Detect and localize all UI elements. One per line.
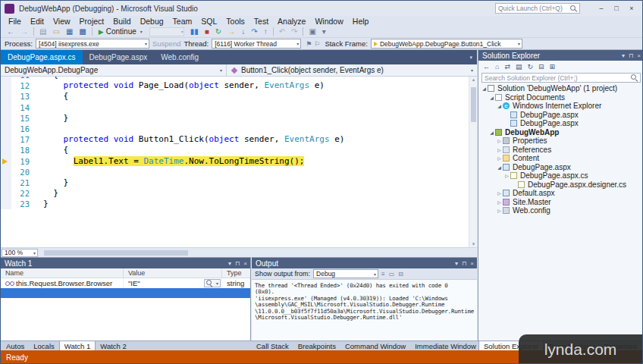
code-line-22[interactable]: 22 } — [1, 188, 477, 199]
tree-expanded-arrow-icon[interactable]: ◢ — [488, 95, 495, 100]
watch-selected-empty-row[interactable] — [1, 288, 250, 298]
tree-item-script-documents[interactable]: ◢Script Documents — [478, 93, 643, 102]
breakpoint-margin[interactable] — [1, 113, 11, 124]
quick-launch-input[interactable]: Quick Launch (Ctrl+Q) — [495, 3, 580, 14]
show-next-statement-icon[interactable]: → — [224, 27, 238, 37]
breakpoint-margin[interactable] — [1, 156, 11, 167]
tree-item-solution-debugwebapp-1-project[interactable]: ◢Solution 'DebugWebApp' (1 project) — [478, 84, 643, 93]
solution-explorer-search-input[interactable]: Search Solution Explorer (Ctrl+;) — [481, 73, 641, 83]
code-line-15[interactable]: 15 } — [1, 113, 477, 124]
breadcrumb-member-dropdown[interactable]: Button1_Click(object sender, EventArgs e… — [227, 64, 477, 76]
zoom-control[interactable]: 100 % ▾ — [2, 249, 38, 257]
window-position-icon[interactable]: ▾ — [622, 52, 625, 59]
stack-frame-combo[interactable]: DebugWebApp.DebugPage.Button1_Click ▾ — [371, 39, 522, 49]
column-header-name[interactable]: Name — [1, 268, 124, 278]
code-line-21[interactable]: 21 } — [1, 177, 477, 188]
active-files-chevron-icon[interactable]: ▾ — [469, 55, 472, 61]
stop-debugging-icon[interactable]: ■ — [202, 27, 212, 37]
code-line-17[interactable]: 17 protected void Button1_Click(object s… — [1, 134, 477, 145]
menu-sql[interactable]: SQL — [196, 17, 221, 26]
clear-all-icon[interactable]: ▭ — [389, 271, 395, 278]
close-icon[interactable]: × — [470, 260, 474, 267]
tree-collapsed-arrow-icon[interactable]: ▷ — [496, 208, 503, 213]
menu-file[interactable]: File — [4, 17, 26, 26]
value-visualizer-button[interactable]: ▾ — [204, 279, 221, 287]
menu-edit[interactable]: Edit — [26, 17, 49, 26]
tree-item-debugpage-aspx[interactable]: DebugPage.aspx — [478, 119, 643, 128]
scrollbar-thumb[interactable] — [471, 87, 476, 122]
vertical-scrollbar[interactable]: ▲ ▼ — [469, 77, 477, 247]
minimize-button[interactable]: – — [594, 5, 609, 12]
tree-collapsed-arrow-icon[interactable]: ▷ — [496, 190, 503, 196]
column-header-type[interactable]: Type — [222, 268, 250, 278]
tree-expanded-arrow-icon[interactable]: ◢ — [481, 86, 488, 91]
switch-views-icon[interactable]: ⇄ — [504, 63, 510, 71]
menu-debug[interactable]: Debug — [136, 17, 168, 26]
tree-collapsed-arrow-icon[interactable]: ▷ — [503, 173, 510, 178]
menu-analyze[interactable]: Analyze — [273, 17, 310, 26]
tree-collapsed-arrow-icon[interactable]: ▷ — [496, 155, 503, 161]
pin-icon[interactable]: ⊓ — [629, 52, 633, 59]
watch-value-cell[interactable]: "IE"▾ — [124, 278, 222, 288]
window-position-icon[interactable]: ▾ — [455, 260, 458, 267]
tree-item-default-aspx[interactable]: ▷Default.aspx — [478, 189, 643, 198]
code-line-18[interactable]: 18 { — [1, 145, 477, 155]
maximize-button[interactable]: □ — [609, 5, 624, 12]
menu-team[interactable]: Team — [168, 17, 197, 26]
step-into-icon[interactable]: ↓ — [238, 27, 248, 37]
breakpoint-margin[interactable] — [1, 91, 11, 102]
breakpoint-margin[interactable] — [1, 80, 11, 91]
close-icon[interactable]: × — [243, 260, 247, 267]
find-in-files-icon[interactable]: ▣ — [306, 27, 318, 37]
breakpoint-margin[interactable] — [1, 145, 11, 155]
menu-tools[interactable]: Tools — [221, 17, 249, 26]
breakpoint-margin[interactable] — [1, 134, 11, 145]
save-all-icon[interactable]: ▩ — [76, 27, 89, 37]
save-icon[interactable]: ▦ — [63, 27, 76, 37]
flag-thread-icon[interactable]: ⚐ — [314, 40, 320, 48]
toggle-word-wrap-icon[interactable]: ⊟ — [398, 271, 403, 278]
menu-window[interactable]: Window — [310, 17, 347, 26]
watch-row[interactable]: this.Request.Browser.Browser"IE"▾string — [1, 278, 250, 288]
break-all-icon[interactable]: ▮▮ — [187, 27, 202, 37]
close-button[interactable]: × — [624, 5, 639, 12]
collapse-all-icon[interactable]: ⊟ — [538, 63, 544, 71]
restart-icon[interactable]: ↻ — [212, 27, 224, 37]
refresh-icon[interactable]: ↻ — [528, 63, 534, 71]
tree-item-debugwebapp[interactable]: ◢DebugWebApp — [478, 128, 643, 137]
tree-item-debugpage-aspx-cs[interactable]: ▷DebugPage.aspx.cs — [478, 171, 643, 180]
breakpoint-margin[interactable] — [1, 188, 11, 199]
scroll-up-icon[interactable]: ▲ — [471, 77, 476, 82]
thread-combo[interactable]: [6116] Worker Thread ▾ — [212, 39, 301, 49]
tree-item-debugpage-aspx[interactable]: ◢DebugPage.aspx — [478, 163, 643, 172]
scroll-down-icon[interactable]: ▼ — [471, 242, 476, 246]
pin-icon[interactable]: ⊓ — [462, 260, 466, 267]
menu-help[interactable]: Help — [348, 17, 374, 26]
breakpoint-margin[interactable] — [1, 177, 11, 188]
tree-expanded-arrow-icon[interactable]: ◢ — [496, 103, 503, 108]
breakpoint-margin[interactable] — [1, 199, 11, 209]
window-position-icon[interactable]: ▾ — [228, 260, 231, 267]
code-line-12[interactable]: 12 protected void Page_Load(object sende… — [1, 80, 477, 91]
tree-collapsed-arrow-icon[interactable]: ▷ — [496, 199, 503, 205]
navigate-back-icon[interactable]: ← — [4, 27, 17, 37]
find-message-icon[interactable]: ≡ — [381, 271, 385, 278]
tab-debugpage-aspx-cs[interactable]: DebugPage.aspx.cs — [1, 50, 83, 64]
tab-web-config[interactable]: Web.config — [154, 50, 205, 64]
column-header-value[interactable]: Value — [124, 268, 222, 278]
properties-icon[interactable]: ⊞ — [550, 63, 556, 71]
back-icon[interactable]: ← — [483, 63, 490, 71]
new-file-icon[interactable]: ▤ — [36, 27, 49, 37]
menu-build[interactable]: Build — [108, 17, 135, 26]
tree-item-references[interactable]: ▷References — [478, 146, 643, 155]
watch-name-cell[interactable]: this.Request.Browser.Browser — [1, 278, 124, 288]
tree-item-properties[interactable]: ▷Properties — [478, 136, 643, 146]
menu-project[interactable]: Project — [75, 17, 109, 26]
breakpoint-margin[interactable] — [1, 102, 11, 113]
code-editor[interactable]: 11 {12 protected void Page_Load(object s… — [1, 77, 477, 247]
toolbar-options-icon[interactable]: ▾ — [319, 27, 329, 37]
output-text[interactable]: The thread '<Thread Ended>' (0x24d0) has… — [252, 280, 477, 321]
home-icon[interactable]: ⌂ — [495, 63, 499, 71]
menu-view[interactable]: View — [49, 17, 75, 26]
breakpoint-margin[interactable] — [1, 167, 11, 177]
